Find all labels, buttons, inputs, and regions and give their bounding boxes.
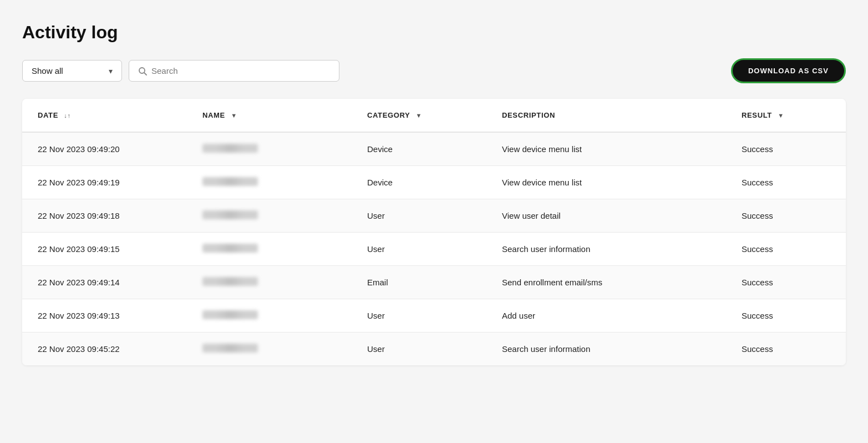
search-icon: [138, 67, 147, 75]
cell-date: 22 Nov 2023 09:45:22: [22, 333, 187, 366]
cell-result: Success: [726, 266, 846, 299]
cell-description: Add user: [486, 299, 726, 333]
cell-date: 22 Nov 2023 09:49:13: [22, 299, 187, 333]
filter-icon-name: ▼: [231, 112, 237, 119]
cell-result: Success: [726, 333, 846, 366]
table-header-row: DATE ↓↑ NAME ▼ CATEGORY ▼ DESCRIPTION RE…: [22, 99, 846, 132]
cell-description: Send enrollment email/sms: [486, 266, 726, 299]
svg-line-1: [144, 73, 146, 75]
chevron-down-icon: ▾: [109, 67, 113, 75]
cell-result: Success: [726, 166, 846, 199]
table-row: 22 Nov 2023 09:49:13UserAdd userSuccess: [22, 299, 846, 333]
filter-icon-result: ▼: [778, 112, 784, 119]
blurred-username: [202, 277, 258, 286]
cell-date: 22 Nov 2023 09:49:15: [22, 233, 187, 266]
cell-description: Search user information: [486, 333, 726, 366]
cell-category: User: [352, 333, 486, 366]
cell-date: 22 Nov 2023 09:49:18: [22, 199, 187, 233]
table-row: 22 Nov 2023 09:49:15UserSearch user info…: [22, 233, 846, 266]
cell-date: 22 Nov 2023 09:49:19: [22, 166, 187, 199]
cell-date: 22 Nov 2023 09:49:14: [22, 266, 187, 299]
table-row: 22 Nov 2023 09:49:19DeviceView device me…: [22, 166, 846, 199]
col-header-description: DESCRIPTION: [486, 99, 726, 132]
cell-name: [187, 266, 352, 299]
table-row: 22 Nov 2023 09:45:22UserSearch user info…: [22, 333, 846, 366]
blurred-username: [202, 344, 258, 353]
cell-category: User: [352, 199, 486, 233]
cell-category: User: [352, 233, 486, 266]
blurred-username: [202, 144, 258, 153]
cell-result: Success: [726, 199, 846, 233]
filter-dropdown[interactable]: Show all ▾: [22, 60, 122, 82]
filter-label: Show all: [32, 66, 63, 75]
table-row: 22 Nov 2023 09:49:18UserView user detail…: [22, 199, 846, 233]
cell-name: [187, 233, 352, 266]
blurred-username: [202, 310, 258, 319]
col-header-name[interactable]: NAME ▼: [187, 99, 352, 132]
filter-icon-category: ▼: [415, 112, 422, 119]
cell-name: [187, 299, 352, 333]
col-header-result[interactable]: RESULT ▼: [726, 99, 846, 132]
col-header-category[interactable]: CATEGORY ▼: [352, 99, 486, 132]
page-title: Activity log: [22, 22, 846, 43]
sort-icon: ↓↑: [64, 112, 70, 119]
blurred-username: [202, 177, 258, 186]
toolbar: Show all ▾ DOWNLOAD AS CSV: [22, 58, 846, 83]
cell-description: View user detail: [486, 199, 726, 233]
cell-name: [187, 166, 352, 199]
download-csv-button[interactable]: DOWNLOAD AS CSV: [731, 58, 846, 83]
cell-category: Email: [352, 266, 486, 299]
toolbar-left: Show all ▾: [22, 60, 339, 82]
blurred-username: [202, 244, 258, 253]
cell-name: [187, 199, 352, 233]
cell-description: View device menu list: [486, 166, 726, 199]
cell-category: User: [352, 299, 486, 333]
cell-result: Success: [726, 299, 846, 333]
cell-category: Device: [352, 166, 486, 199]
cell-result: Success: [726, 233, 846, 266]
cell-category: Device: [352, 132, 486, 166]
search-input[interactable]: [151, 66, 330, 75]
search-wrapper[interactable]: [129, 60, 339, 82]
blurred-username: [202, 210, 258, 219]
cell-name: [187, 333, 352, 366]
cell-result: Success: [726, 132, 846, 166]
cell-date: 22 Nov 2023 09:49:20: [22, 132, 187, 166]
table-row: 22 Nov 2023 09:49:20DeviceView device me…: [22, 132, 846, 166]
col-header-date[interactable]: DATE ↓↑: [22, 99, 187, 132]
cell-description: Search user information: [486, 233, 726, 266]
cell-name: [187, 132, 352, 166]
table-row: 22 Nov 2023 09:49:14EmailSend enrollment…: [22, 266, 846, 299]
cell-description: View device menu list: [486, 132, 726, 166]
activity-log-table: DATE ↓↑ NAME ▼ CATEGORY ▼ DESCRIPTION RE…: [22, 99, 846, 365]
